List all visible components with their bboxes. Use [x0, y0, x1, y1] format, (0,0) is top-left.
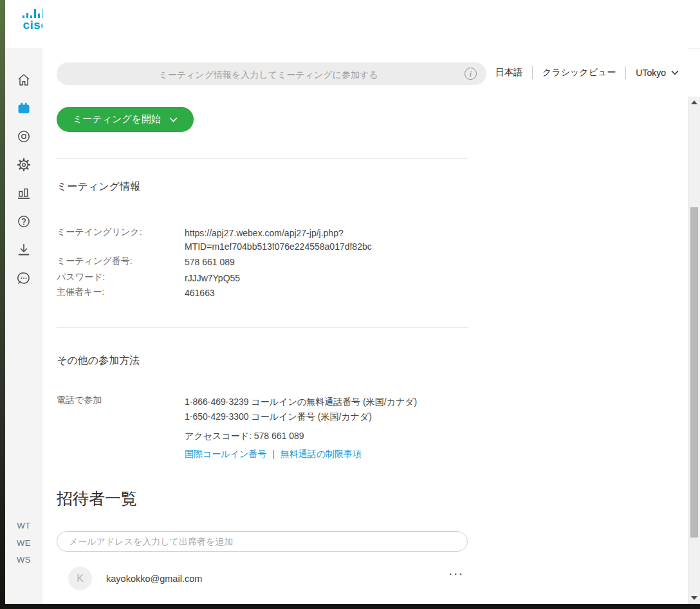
sidebar: WT WE WS	[5, 48, 42, 604]
join-methods-heading: その他の参加方法	[57, 354, 140, 368]
scroll-down-arrow[interactable]	[688, 593, 700, 604]
invitee-avatar: K	[68, 567, 92, 590]
topbar: i 日本語 クラシックビュー UTokyo	[42, 48, 688, 97]
divider	[532, 66, 533, 79]
topbar-links: 日本語 クラシックビュー UTokyo	[495, 48, 679, 97]
start-meeting-label: ミーティングを開始	[73, 113, 161, 126]
vertical-scrollbar[interactable]	[688, 97, 700, 604]
divider	[57, 158, 468, 159]
link-separator: |	[272, 449, 275, 459]
info-icon[interactable]: i	[465, 68, 477, 80]
account-name: UTokyo	[636, 68, 666, 78]
phone-tollfree-line: 1-866-469-3239 コールインの無料通話番号 (米国/カナダ)	[185, 395, 417, 409]
access-code: アクセスコード: 578 661 089	[185, 429, 304, 443]
start-meeting-button[interactable]: ミーティングを開始	[57, 107, 194, 132]
meeting-link-line1: https://apj27.webex.com/apj27-jp/j.php?	[185, 227, 372, 240]
join-meeting-search[interactable]: i	[57, 62, 486, 85]
global-callin-link[interactable]: 国際コールイン番号	[185, 449, 266, 459]
meeting-info-heading: ミーティング情報	[57, 180, 140, 194]
insights-chart-icon[interactable]	[16, 185, 32, 200]
recordings-icon[interactable]	[16, 129, 32, 144]
account-menu[interactable]: UTokyo	[636, 68, 679, 78]
add-attendee-input[interactable]	[57, 531, 468, 552]
meeting-number-value: 578 661 089	[185, 256, 235, 269]
password-label: パスワード:	[57, 272, 105, 283]
chevron-down-icon	[169, 117, 178, 122]
settings-gear-icon[interactable]	[16, 157, 32, 173]
meeting-number-label: ミーティング番号:	[57, 256, 133, 267]
invitee-more-options-icon[interactable]: ···	[449, 568, 465, 579]
workspace-label-we[interactable]: WE	[5, 538, 42, 548]
password-value: rJJJw7YpQ55	[185, 272, 240, 285]
language-link[interactable]: 日本語	[495, 67, 522, 79]
meeting-link-line2: MTID=m1ef704bb513f076e224558a017df82bc	[185, 240, 372, 254]
search-input[interactable]	[82, 62, 454, 86]
scroll-up-arrow[interactable]	[688, 97, 700, 108]
classic-view-link[interactable]: クラシックビュー	[542, 67, 616, 79]
invitees-heading: 招待者一覧	[57, 488, 137, 509]
help-icon[interactable]	[16, 214, 32, 229]
host-key-label: 主催者キー:	[57, 286, 104, 298]
scrollbar-thumb[interactable]	[690, 207, 698, 538]
page-body: ミーティングを開始 ミーティング情報 ミーテイングリンク: https://ap…	[42, 97, 688, 604]
workspace-label-wt[interactable]: WT	[5, 521, 42, 530]
invitee-email: kayokokko@gmail.com	[106, 574, 202, 584]
phone-numbers: 1-866-469-3239 コールインの無料通話番号 (米国/カナダ) 1-6…	[185, 395, 417, 424]
meetings-calendar-icon[interactable]	[16, 100, 32, 116]
avatar-initial: K	[77, 573, 84, 585]
tollfree-restrictions-link[interactable]: 無料通話の制限事項	[281, 449, 362, 459]
workspace-label-ws[interactable]: WS	[5, 555, 42, 565]
downloads-icon[interactable]	[16, 242, 32, 258]
divider	[57, 327, 468, 328]
meeting-link-value: https://apj27.webex.com/apj27-jp/j.php? …	[185, 227, 372, 254]
divider	[625, 66, 626, 79]
main-content: i 日本語 クラシックビュー UTokyo ミーティングを開始	[42, 0, 688, 604]
meeting-link-label: ミーテイングリンク:	[57, 227, 142, 238]
chevron-down-icon	[671, 70, 679, 75]
feedback-chat-icon[interactable]	[16, 270, 32, 286]
join-by-phone-label: 電話で参加	[57, 395, 102, 406]
host-key-value: 461663	[185, 286, 215, 300]
home-icon[interactable]	[16, 72, 32, 88]
webex-app-window: cisco Webex	[5, 0, 700, 604]
phone-callin-line: 1-650-429-3300 コールイン番号 (米国/カナダ)	[185, 409, 417, 424]
phone-links: 国際コールイン番号 | 無料通話の制限事項	[185, 447, 362, 461]
